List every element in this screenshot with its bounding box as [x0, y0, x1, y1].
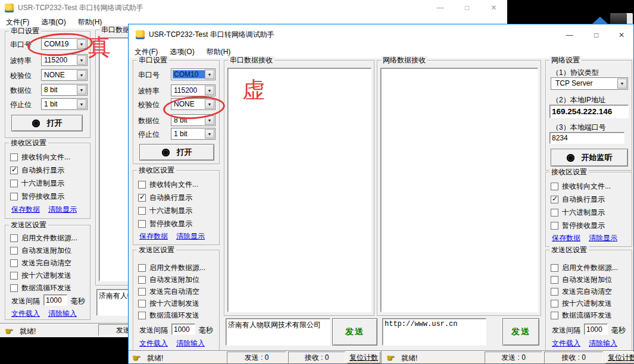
clear-input-link[interactable]: 清除输入: [589, 338, 617, 349]
checkbox-pause-display[interactable]: 暂停接收显示: [138, 219, 192, 228]
checkbox-loop-send[interactable]: 数据流循环发送: [138, 311, 199, 320]
serial-port-combo[interactable]: COM10: [171, 68, 216, 80]
parity-combo[interactable]: NONE: [41, 69, 88, 81]
group-title: 接收区设置: [549, 168, 589, 177]
load-file-link[interactable]: 文件载入: [139, 338, 168, 349]
checkbox-file-datasource[interactable]: 启用文件数据源...: [138, 263, 205, 272]
local-ip-input[interactable]: [549, 105, 629, 118]
maximize-button[interactable]: □: [454, 0, 480, 15]
clear-input-link[interactable]: 清除输入: [48, 309, 77, 319]
menu-options[interactable]: 选项(O): [164, 45, 200, 59]
local-port-input[interactable]: [549, 132, 624, 144]
serial-status-sent: 发送 : 0: [227, 352, 286, 363]
checkbox-icon: [10, 284, 18, 292]
baud-combo[interactable]: 115200: [171, 84, 216, 96]
save-data-link[interactable]: 保存数据: [139, 231, 168, 241]
close-button[interactable]: ✕: [610, 24, 633, 45]
minimize-button[interactable]: —: [427, 0, 454, 15]
chevron-down-icon[interactable]: [77, 99, 86, 109]
checkbox-auto-newline[interactable]: 自动换行显示: [138, 193, 192, 202]
checkbox-auto-append[interactable]: 自动发送附加位: [551, 275, 612, 284]
checkbox-icon: [551, 300, 558, 307]
protocol-combo[interactable]: TCP Server: [551, 77, 628, 90]
stopbits-label: 停止位: [10, 100, 32, 110]
serial-data-recv-area[interactable]: [227, 68, 371, 312]
open-port-button[interactable]: 打开: [11, 115, 83, 131]
databits-combo[interactable]: 8 bit: [41, 84, 88, 96]
front-titlebar[interactable]: USR-TCP232-Test 串口转网络调试助手 — □ ✕: [129, 24, 633, 45]
net-data-recv-area[interactable]: [380, 68, 538, 312]
minimize-button[interactable]: —: [556, 24, 583, 45]
checkbox-pause-display[interactable]: 暂停接收显示: [10, 192, 64, 201]
save-data-link[interactable]: 保存数据: [552, 233, 580, 243]
checkbox-hex-display[interactable]: 十六进制显示: [551, 208, 605, 217]
checkbox-hex-display[interactable]: 十六进制显示: [10, 179, 64, 188]
checkbox-hex-send[interactable]: 按十六进制发送: [10, 271, 71, 280]
net-reset-count-button[interactable]: 复位计数: [605, 352, 634, 363]
chevron-down-icon[interactable]: [205, 70, 214, 79]
checkbox-auto-newline[interactable]: 自动换行显示: [551, 195, 605, 204]
clear-display-link[interactable]: 清除显示: [589, 233, 617, 243]
checkbox-file-datasource[interactable]: 启用文件数据源...: [10, 234, 77, 243]
chevron-down-icon[interactable]: [77, 55, 86, 65]
front-window-title: USR-TCP232-Test 串口转网络调试助手: [149, 30, 274, 40]
serial-send-input[interactable]: 济南有人物联网技术有限公司: [226, 318, 330, 346]
checkbox-hex-display[interactable]: 十六进制显示: [138, 206, 192, 215]
back-send-settings-group: 发送区设置 启用文件数据源... 自动发送附加位 发送完自动清空 按十六进制发送…: [5, 225, 90, 320]
net-send-input[interactable]: http://www.usr.cn: [382, 318, 486, 346]
back-recv-settings-group: 接收区设置 接收转向文件... 自动换行显示 十六进制显示 暂停接收显示 保存数…: [5, 143, 90, 219]
checkbox-loop-send[interactable]: 数据流循环发送: [551, 311, 612, 320]
checkbox-checked-icon: [138, 194, 146, 202]
checkbox-clear-after-send[interactable]: 发送完自动清空: [551, 287, 612, 296]
serial-send-button[interactable]: 发送: [332, 318, 377, 346]
checkbox-hex-send[interactable]: 按十六进制发送: [551, 299, 612, 308]
save-data-link[interactable]: 保存数据: [11, 205, 40, 215]
baud-label: 波特率: [10, 56, 32, 66]
chevron-down-icon[interactable]: [205, 86, 214, 95]
checkbox-file-datasource[interactable]: 启用文件数据源...: [551, 263, 618, 272]
checkbox-loop-send[interactable]: 数据流循环发送: [10, 284, 71, 293]
stopbits-label: 停止位: [138, 130, 160, 140]
chevron-down-icon[interactable]: [617, 79, 627, 89]
ready-hand-icon: [386, 354, 397, 363]
interval-input[interactable]: [171, 324, 195, 335]
checkbox-clear-after-send[interactable]: 发送完自动清空: [10, 259, 71, 268]
serial-data-recv-group: 串口数据接收 虚: [224, 60, 374, 316]
interval-label: 发送间隔: [11, 296, 40, 306]
checkbox-auto-append[interactable]: 自动发送附加位: [10, 246, 71, 255]
clear-display-link[interactable]: 清除显示: [176, 231, 205, 241]
interval-input[interactable]: [584, 324, 608, 335]
net-statusbar: 就绪! 发送 : 0 接收 : 0 复位计数: [381, 350, 633, 363]
start-listen-button[interactable]: 开始监听: [551, 149, 628, 167]
maximize-button[interactable]: □: [583, 24, 610, 45]
checkbox-auto-append[interactable]: 自动发送附加位: [138, 275, 199, 284]
serial-status-ready: 就绪!: [132, 353, 163, 363]
checkbox-recv-to-file[interactable]: 接收转向文件...: [551, 182, 611, 191]
clear-input-link[interactable]: 清除输入: [176, 338, 205, 349]
net-send-button[interactable]: 发送: [502, 318, 539, 346]
serial-status-received: 接收 : 0: [288, 352, 345, 363]
serial-statusbar: 就绪! 发送 : 0 接收 : 0 复位计数: [129, 350, 381, 363]
checkbox-recv-to-file[interactable]: 接收转向文件...: [10, 153, 70, 162]
chevron-down-icon[interactable]: [205, 129, 214, 139]
interval-input[interactable]: [43, 294, 67, 306]
checkbox-clear-after-send[interactable]: 发送完自动清空: [138, 287, 199, 296]
load-file-link[interactable]: 文件载入: [552, 338, 580, 349]
checkbox-icon: [551, 264, 558, 272]
stopbits-combo[interactable]: 1 bit: [171, 128, 216, 140]
stopbits-combo[interactable]: 1 bit: [41, 98, 88, 110]
back-titlebar[interactable]: USR-TCP232-Test 串口转网络调试助手 — □ ✕: [0, 0, 507, 15]
load-file-link[interactable]: 文件载入: [11, 309, 40, 319]
checkbox-recv-to-file[interactable]: 接收转向文件...: [138, 180, 198, 189]
clear-display-link[interactable]: 清除显示: [48, 205, 77, 215]
checkbox-pause-display[interactable]: 暂停接收显示: [551, 221, 605, 230]
checkbox-auto-newline[interactable]: 自动换行显示: [10, 166, 64, 175]
serial-reset-count-button[interactable]: 复位计数: [347, 352, 380, 363]
chevron-down-icon[interactable]: [77, 85, 86, 95]
close-button[interactable]: ✕: [480, 0, 507, 15]
checkbox-hex-send[interactable]: 按十六进制发送: [138, 299, 199, 308]
checkbox-icon: [551, 183, 558, 190]
open-port-button[interactable]: 打开: [139, 144, 214, 161]
group-title: 接收区设置: [137, 166, 176, 175]
chevron-down-icon[interactable]: [77, 70, 86, 80]
